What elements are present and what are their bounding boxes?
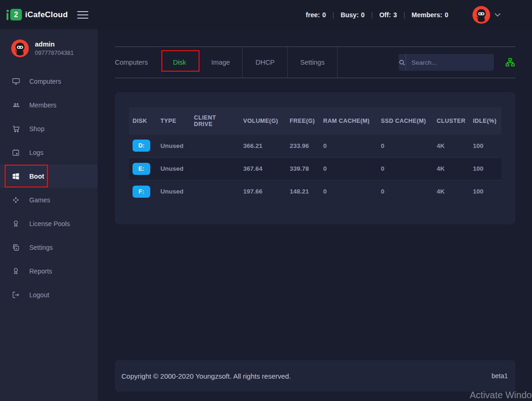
monitor-icon: [12, 77, 21, 86]
tab-disk[interactable]: Disk: [160, 47, 199, 78]
footer: Copyright © 2000-2020 Youngzsoft. All ri…: [115, 360, 515, 392]
disk-table-card: DISK TYPE CLIENT DRIVE VOLUME(G) FREE(G)…: [115, 92, 515, 224]
stat-separator: |: [403, 11, 405, 19]
col-client-drive: CLIENT DRIVE: [190, 107, 239, 134]
off-count: Off:3: [379, 11, 397, 19]
sidebar-item-settings[interactable]: Settings: [0, 235, 98, 259]
tab-settings[interactable]: Settings: [287, 47, 338, 78]
license-icon: [12, 219, 21, 228]
sidebar-item-shop[interactable]: Shop: [0, 117, 98, 140]
tab-dhcp[interactable]: DHCP: [242, 47, 287, 78]
col-volume: VOLUME(G): [239, 107, 286, 134]
app-logo[interactable]: 2 iCafeCloud: [7, 9, 68, 20]
disk-badge[interactable]: F:: [133, 186, 150, 198]
brand-name: iCafeCloud: [25, 10, 68, 20]
col-free: FREE(G): [286, 107, 319, 134]
sidebar-item-logs[interactable]: Logs: [0, 140, 98, 164]
tab-image[interactable]: Image: [199, 47, 242, 78]
logo-box-icon: 2: [10, 9, 22, 20]
free-count: free:0: [306, 11, 326, 19]
logout-icon: [12, 290, 21, 300]
gamepad-icon: [12, 195, 21, 205]
logo-i-dot: [7, 10, 9, 12]
members-icon: [12, 100, 21, 110]
tabs: Computers Disk Image DHCP Settings: [115, 47, 338, 78]
sidebar-item-members[interactable]: Members: [0, 93, 98, 117]
version-label: beta1: [492, 372, 508, 380]
sidebar-item-computers[interactable]: Computers: [0, 69, 98, 93]
layers-icon: [12, 243, 21, 252]
user-menu-button[interactable]: [472, 6, 500, 24]
user-phone: 097778704381: [35, 50, 73, 56]
search-icon[interactable]: [399, 54, 406, 71]
tab-bar: Computers Disk Image DHCP Settings: [115, 47, 515, 78]
col-idle: IDLE(%): [469, 107, 501, 134]
user-name: admin: [35, 40, 73, 48]
copyright-text: Copyright © 2000-2020 Youngzsoft. All ri…: [121, 372, 291, 380]
members-count: Members:0: [412, 11, 448, 19]
network-icon[interactable]: [505, 57, 515, 67]
status-counters: free:0 | Busy:0 | Off:3 | Members:0: [306, 11, 448, 19]
avatar: [472, 6, 490, 24]
disk-table: DISK TYPE CLIENT DRIVE VOLUME(G) FREE(G)…: [129, 107, 501, 203]
chevron-down-icon: [495, 13, 500, 17]
col-ram-cache: RAM CACHE(M): [319, 107, 377, 134]
table-row: D: Unused 366.21 233.96 0 0 4K 100: [129, 134, 501, 157]
search-box: [399, 54, 494, 71]
tab-computers[interactable]: Computers: [115, 47, 160, 78]
top-bar: 2 iCafeCloud free:0 | Busy:0 | Off:3 | M…: [0, 0, 532, 29]
col-type: TYPE: [157, 107, 190, 134]
sidebar-item-license-pools[interactable]: License Pools: [0, 212, 98, 235]
sidebar-item-games[interactable]: Games: [0, 188, 98, 212]
busy-count: Busy:0: [340, 11, 365, 19]
sidebar-item-reports[interactable]: Reports: [0, 259, 98, 283]
stat-separator: |: [332, 11, 334, 19]
topbar-right: free:0 | Busy:0 | Off:3 | Members:0: [98, 6, 532, 24]
sidebar-nav: Computers Members Shop Logs Boot: [0, 69, 98, 307]
hamburger-menu-icon[interactable]: [77, 9, 88, 21]
avatar: [11, 40, 29, 57]
col-ssd-cache: SSD CACHE(M): [377, 107, 433, 134]
tab-tools: [399, 54, 515, 71]
search-input[interactable]: [406, 54, 494, 71]
sidebar-item-logout[interactable]: Logout: [0, 283, 98, 307]
cart-icon: [12, 124, 21, 134]
logo-i-icon: [7, 13, 8, 20]
disk-badge[interactable]: D:: [133, 140, 150, 152]
table-row: F: Unused 197.66 148.21 0 0 4K 100: [129, 180, 501, 203]
activate-windows-watermark: Activate Windows: [470, 390, 532, 401]
windows-icon: [12, 172, 21, 181]
sidebar: admin 097778704381 Computers Members Sho…: [0, 29, 98, 401]
stat-separator: |: [371, 11, 373, 19]
col-cluster: CLUSTER: [433, 107, 469, 134]
table-row: E: Unused 367.64 339.78 0 0 4K 100: [129, 157, 501, 180]
sidebar-user-block: admin 097778704381: [0, 29, 98, 66]
calendar-icon: [12, 148, 21, 157]
brand-zone: 2 iCafeCloud: [0, 0, 98, 29]
sidebar-item-boot[interactable]: Boot: [0, 164, 98, 188]
report-icon: [12, 267, 21, 276]
main-area: Computers Disk Image DHCP Settings: [98, 29, 532, 401]
disk-badge[interactable]: E:: [133, 163, 150, 175]
table-header-row: DISK TYPE CLIENT DRIVE VOLUME(G) FREE(G)…: [129, 107, 501, 134]
col-disk: DISK: [129, 107, 157, 134]
